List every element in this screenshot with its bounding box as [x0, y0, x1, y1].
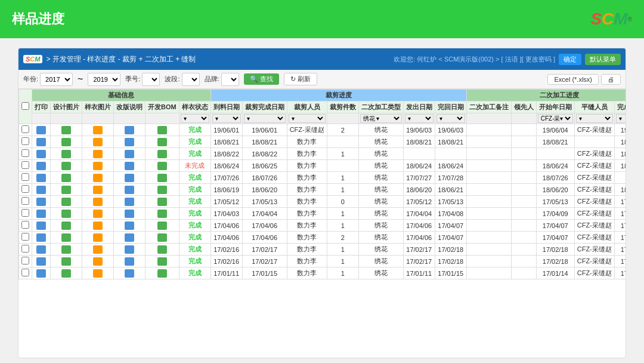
- sample-img-icon[interactable]: [93, 186, 103, 194]
- refresh-btn[interactable]: ↻ 刷新: [284, 73, 317, 85]
- bom-icon[interactable]: [157, 257, 167, 266]
- design-img-icon[interactable]: [61, 150, 71, 158]
- row-checkbox[interactable]: [21, 161, 29, 169]
- filter-flatperson-select[interactable]: ▾: [576, 114, 613, 123]
- bom-icon[interactable]: [157, 233, 167, 242]
- cell-checkbox[interactable]: [19, 160, 32, 172]
- filter-arrive-select[interactable]: ▾: [212, 114, 241, 123]
- row-checkbox[interactable]: [21, 137, 29, 145]
- bom-icon[interactable]: [157, 138, 167, 146]
- cell-checkbox[interactable]: [19, 184, 32, 196]
- print-icon[interactable]: [36, 269, 46, 278]
- season-select[interactable]: [142, 73, 160, 86]
- bom-icon[interactable]: [157, 126, 167, 134]
- sample-img-icon[interactable]: [93, 222, 103, 230]
- revision-icon[interactable]: [125, 245, 134, 254]
- print-icon[interactable]: [36, 233, 46, 242]
- cell-checkbox[interactable]: [19, 148, 32, 160]
- design-img-icon[interactable]: [61, 162, 71, 170]
- bom-icon[interactable]: [157, 174, 167, 182]
- revision-icon[interactable]: [125, 210, 134, 218]
- print-btn[interactable]: 🖨: [601, 74, 621, 85]
- row-checkbox[interactable]: [21, 257, 29, 264]
- row-checkbox[interactable]: [21, 173, 29, 181]
- print-icon[interactable]: [36, 126, 46, 134]
- search-btn[interactable]: 🔍 查找: [244, 73, 279, 85]
- cell-checkbox[interactable]: [19, 124, 32, 136]
- filter-finishdate-select[interactable]: ▾: [616, 114, 626, 123]
- bom-icon[interactable]: [157, 222, 167, 230]
- revision-icon[interactable]: [125, 257, 134, 266]
- sample-img-icon[interactable]: [93, 126, 103, 134]
- revision-icon[interactable]: [125, 233, 134, 242]
- cell-checkbox[interactable]: [19, 267, 32, 279]
- sample-img-icon[interactable]: [93, 210, 103, 218]
- print-icon[interactable]: [36, 162, 46, 170]
- design-img-icon[interactable]: [61, 210, 71, 218]
- filter-cutperson-select[interactable]: ▾: [289, 114, 326, 123]
- print-icon[interactable]: [36, 257, 46, 266]
- select-all-checkbox[interactable]: [21, 102, 29, 110]
- print-icon[interactable]: [36, 222, 46, 230]
- design-img-icon[interactable]: [61, 174, 71, 182]
- filter-sectype-select[interactable]: 绣花 ▾: [360, 114, 402, 123]
- row-checkbox[interactable]: [21, 269, 29, 276]
- revision-icon[interactable]: [125, 174, 134, 182]
- cell-checkbox[interactable]: [19, 244, 32, 256]
- design-img-icon[interactable]: [61, 245, 71, 254]
- row-checkbox[interactable]: [21, 221, 29, 229]
- year-from-select[interactable]: 201720182019: [40, 73, 73, 86]
- filter-status-select[interactable]: ▾: [181, 114, 209, 123]
- revision-icon[interactable]: [125, 269, 134, 278]
- sample-img-icon[interactable]: [93, 138, 103, 146]
- design-img-icon[interactable]: [61, 269, 71, 278]
- row-checkbox[interactable]: [21, 245, 29, 253]
- sample-img-icon[interactable]: [93, 245, 103, 254]
- revision-icon[interactable]: [125, 138, 134, 146]
- print-icon[interactable]: [36, 210, 46, 218]
- revision-icon[interactable]: [125, 186, 134, 194]
- bom-icon[interactable]: [157, 150, 167, 158]
- print-icon[interactable]: [36, 174, 46, 182]
- bom-icon[interactable]: [157, 198, 167, 206]
- default-menu-btn[interactable]: 默认菜单: [585, 54, 621, 65]
- stage-select[interactable]: [182, 73, 200, 86]
- revision-icon[interactable]: [125, 162, 134, 170]
- row-checkbox[interactable]: [21, 197, 29, 205]
- filter-cutfinish-select[interactable]: ▾: [244, 114, 286, 123]
- filter-retdate-select[interactable]: ▾: [436, 114, 465, 123]
- cell-checkbox[interactable]: [19, 196, 32, 208]
- confirm-btn[interactable]: 确定: [559, 54, 581, 65]
- design-img-icon[interactable]: [61, 233, 71, 242]
- design-img-icon[interactable]: [61, 222, 71, 230]
- cell-checkbox[interactable]: [19, 256, 32, 267]
- design-img-icon[interactable]: [61, 126, 71, 134]
- row-checkbox[interactable]: [21, 209, 29, 217]
- revision-icon[interactable]: [125, 198, 134, 206]
- brand-select[interactable]: [221, 73, 239, 86]
- print-icon[interactable]: [36, 186, 46, 194]
- row-checkbox[interactable]: [21, 185, 29, 193]
- bom-icon[interactable]: [157, 186, 167, 194]
- bom-icon[interactable]: [157, 162, 167, 170]
- revision-icon[interactable]: [125, 126, 134, 134]
- sample-img-icon[interactable]: [93, 150, 103, 158]
- sample-img-icon[interactable]: [93, 198, 103, 206]
- cell-checkbox[interactable]: [19, 172, 32, 184]
- sample-img-icon[interactable]: [93, 269, 103, 278]
- design-img-icon[interactable]: [61, 138, 71, 146]
- sample-img-icon[interactable]: [93, 162, 103, 170]
- bom-icon[interactable]: [157, 210, 167, 218]
- print-icon[interactable]: [36, 138, 46, 146]
- cell-checkbox[interactable]: [19, 208, 32, 220]
- print-icon[interactable]: [36, 150, 46, 158]
- row-checkbox[interactable]: [21, 233, 29, 241]
- cell-checkbox[interactable]: [19, 232, 32, 244]
- revision-icon[interactable]: [125, 150, 134, 158]
- sample-img-icon[interactable]: [93, 174, 103, 182]
- sample-img-icon[interactable]: [93, 257, 103, 266]
- cell-checkbox[interactable]: [19, 220, 32, 232]
- row-checkbox[interactable]: [21, 149, 29, 157]
- design-img-icon[interactable]: [61, 198, 71, 206]
- sample-img-icon[interactable]: [93, 233, 103, 242]
